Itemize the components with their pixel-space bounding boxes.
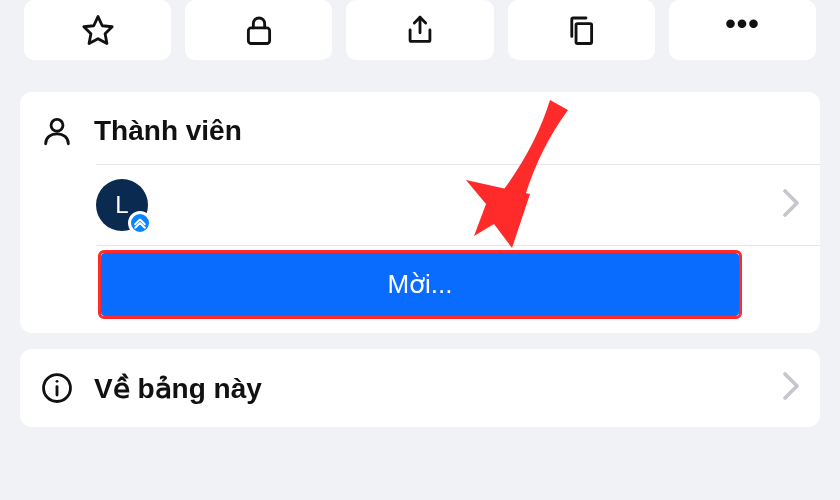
avatar: L	[96, 179, 148, 231]
toolbar: •••	[0, 0, 840, 74]
members-section: Thành viên L Mời...	[20, 92, 820, 333]
svg-marker-0	[83, 17, 111, 44]
members-header: Thành viên	[20, 92, 820, 164]
member-row[interactable]: L	[20, 165, 820, 245]
members-title: Thành viên	[94, 115, 242, 147]
invite-button[interactable]: Mời...	[101, 253, 739, 316]
svg-point-3	[51, 119, 63, 131]
lock-icon	[242, 13, 276, 47]
person-icon	[40, 114, 74, 148]
about-label: Về bảng này	[94, 372, 262, 405]
lock-button[interactable]	[185, 0, 332, 60]
more-button[interactable]: •••	[669, 0, 816, 60]
svg-rect-1	[248, 28, 269, 44]
admin-badge-icon	[128, 211, 152, 235]
star-icon	[81, 13, 115, 47]
about-row[interactable]: Về bảng này	[20, 349, 820, 427]
info-icon	[40, 371, 74, 405]
chevron-right-icon	[782, 371, 800, 405]
svg-rect-2	[576, 24, 592, 44]
avatar-initial: L	[115, 191, 128, 219]
share-icon	[403, 13, 437, 47]
divider	[96, 245, 820, 246]
star-button[interactable]	[24, 0, 171, 60]
chevron-right-icon	[782, 188, 800, 222]
invite-highlight: Mời...	[98, 250, 742, 319]
copy-button[interactable]	[508, 0, 655, 60]
copy-icon	[564, 13, 598, 47]
share-button[interactable]	[346, 0, 493, 60]
